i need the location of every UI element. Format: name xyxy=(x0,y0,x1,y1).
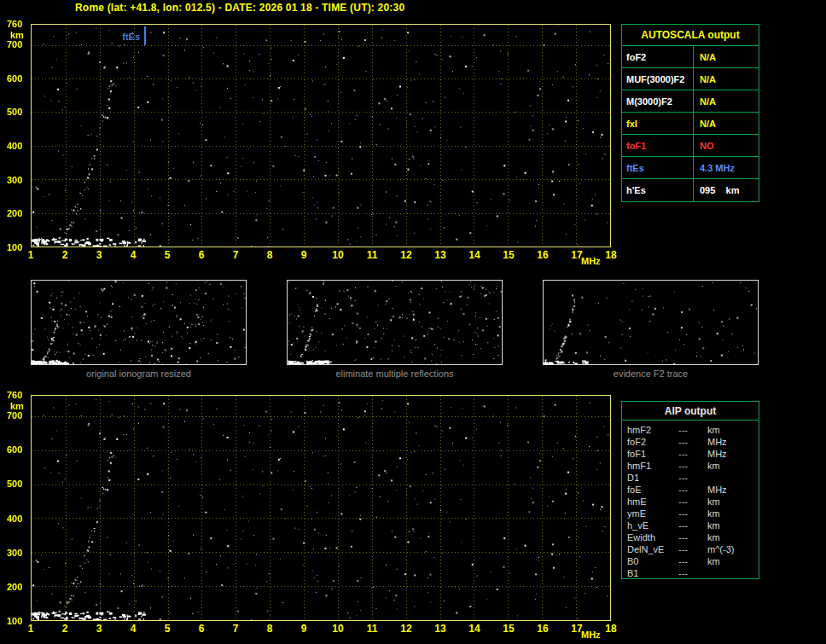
aip-row-value: --- xyxy=(678,519,707,531)
aip-row-foF1: foF1---MHz xyxy=(622,448,759,460)
x-tick-top-15: 15 xyxy=(503,250,514,260)
x-tick-top-1: 1 xyxy=(28,250,34,260)
thumbnail-original-canvas xyxy=(32,281,246,364)
aip-row-value: --- xyxy=(678,555,707,567)
aip-row-h_vE: h_vE---km xyxy=(622,519,759,531)
x-tick-top-4: 4 xyxy=(131,250,137,260)
aip-row-label: h_vE xyxy=(622,519,678,531)
aip-row-label: foF1 xyxy=(622,448,678,460)
x-tick-bottom-14: 14 xyxy=(468,624,480,634)
x-tick-bottom-15: 15 xyxy=(503,624,514,634)
autoscala-row-foF1: foF1NO xyxy=(622,135,759,157)
y-unit-bottom: km xyxy=(10,401,24,411)
autoscala-row-value: 4.3 MHz xyxy=(694,157,759,178)
autoscala-row-value: NO xyxy=(694,135,759,156)
y-tick-top-600: 600 xyxy=(7,73,22,84)
autoscala-row-foF2: foF2N/A xyxy=(622,46,759,68)
aip-row-label: foF2 xyxy=(622,436,678,448)
aip-table-rows: hmF2---kmfoF2---MHzfoF1---MHzhmF1---kmD1… xyxy=(622,421,759,579)
y-tick-top-760: 760 xyxy=(7,19,22,29)
y-tick-bottom-300: 300 xyxy=(7,548,22,558)
aip-row-label: hmF1 xyxy=(622,460,678,472)
autoscala-row-M(3000)F2: M(3000)F2N/A xyxy=(622,90,759,113)
aip-row-value: --- xyxy=(678,531,707,543)
thumbnail-original-ionogram xyxy=(31,280,247,365)
x-tick-top-14: 14 xyxy=(468,250,480,260)
x-tick-top-9: 9 xyxy=(301,250,307,260)
y-tick-bottom-400: 400 xyxy=(7,513,22,524)
y-tick-bottom-600: 600 xyxy=(7,444,22,455)
x-tick-top-12: 12 xyxy=(400,250,411,260)
caption-evidence-f2-trace: evidence F2 trace xyxy=(543,368,759,379)
autoscala-table-rows: foF2N/AMUF(3000)F2N/AM(3000)F2N/AfxIN/Af… xyxy=(622,46,759,201)
autoscala-row-value: 095 km xyxy=(694,179,759,201)
x-tick-bottom-6: 6 xyxy=(199,624,205,634)
x-tick-bottom-16: 16 xyxy=(537,624,548,634)
autoscala-row-label: foF2 xyxy=(622,46,694,67)
aip-row-D1: D1--- xyxy=(622,472,759,484)
y-tick-bottom-700: 700 xyxy=(7,410,22,421)
autoscala-row-ftEs: ftEs4.3 MHz xyxy=(622,157,759,179)
x-tick-top-8: 8 xyxy=(267,250,273,260)
x-tick-bottom-4: 4 xyxy=(131,624,137,634)
aip-row-unit: km xyxy=(707,531,759,543)
autoscala-row-value: N/A xyxy=(694,113,759,134)
x-tick-bottom-1: 1 xyxy=(28,624,34,634)
autoscala-row-fxI: fxIN/A xyxy=(622,113,759,135)
autoscala-table: AUTOSCALA output foF2N/AMUF(3000)F2N/AM(… xyxy=(621,24,759,202)
x-tick-top-7: 7 xyxy=(233,250,239,260)
aip-row-foE: foE---MHz xyxy=(622,484,759,496)
autoscala-row-label: M(3000)F2 xyxy=(622,90,694,112)
y-tick-top-100: 100 xyxy=(7,242,22,252)
caption-eliminate-reflections: eliminate multiple reflections xyxy=(287,368,503,379)
x-tick-top-3: 3 xyxy=(96,250,102,260)
y-tick-bottom-500: 500 xyxy=(7,479,22,489)
x-tick-bottom-7: 7 xyxy=(233,624,239,634)
x-tick-top-6: 6 xyxy=(199,250,205,260)
caption-original-ionogram: original ionogram resized xyxy=(31,368,247,379)
aip-row-DelN_vE: DelN_vE---m^(-3) xyxy=(622,543,759,555)
aip-row-value: --- xyxy=(678,448,707,460)
aip-row-unit: km xyxy=(707,555,759,567)
x-tick-bottom-8: 8 xyxy=(267,624,273,634)
x-tick-top-2: 2 xyxy=(62,250,68,260)
autoscala-row-value: N/A xyxy=(694,68,759,90)
y-tick-top-200: 200 xyxy=(7,208,22,218)
autoscala-row-label: MUF(3000)F2 xyxy=(622,68,694,90)
x-tick-bottom-11: 11 xyxy=(367,624,378,634)
x-tick-bottom-18: 18 xyxy=(605,624,616,634)
autoscala-row-label: ftEs xyxy=(622,157,694,178)
autoscala-row-value: N/A xyxy=(694,46,759,67)
autoscala-window: Rome (lat: +41.8, lon: 012.5) - DATE: 20… xyxy=(0,0,826,644)
aip-row-value: --- xyxy=(678,424,707,436)
aip-row-label: B1 xyxy=(622,567,678,579)
x-unit-bottom: MHz xyxy=(581,629,601,640)
aip-row-B0: B0---km xyxy=(622,555,759,567)
aip-row-hmF2: hmF2---km xyxy=(622,424,759,436)
thumbnail-eliminate-canvas xyxy=(288,281,502,364)
aip-row-label: DelN_vE xyxy=(622,543,678,555)
aip-row-value: --- xyxy=(678,460,707,472)
x-tick-top-10: 10 xyxy=(332,250,343,260)
aip-row-unit: km xyxy=(707,508,759,519)
aip-row-unit: km xyxy=(707,496,759,508)
y-tick-bottom-100: 100 xyxy=(7,616,22,626)
y-tick-top-300: 300 xyxy=(7,175,22,185)
x-tick-bottom-13: 13 xyxy=(434,624,445,634)
aip-row-unit xyxy=(707,472,759,484)
autoscala-row-MUF(3000)F2: MUF(3000)F2N/A xyxy=(622,68,759,90)
x-tick-top-5: 5 xyxy=(165,250,171,260)
aip-row-hmF1: hmF1---km xyxy=(622,460,759,472)
aip-row-value: --- xyxy=(678,543,707,555)
x-tick-bottom-3: 3 xyxy=(96,624,102,634)
autoscala-row-label: foF1 xyxy=(622,135,694,156)
aip-row-unit xyxy=(707,567,759,579)
x-tick-bottom-10: 10 xyxy=(332,624,343,634)
aip-row-unit: MHz xyxy=(707,484,759,496)
aip-row-unit: km xyxy=(707,424,759,436)
autoscala-row-label: fxI xyxy=(622,113,694,134)
aip-row-label: hmF2 xyxy=(622,424,678,436)
x-tick-top-18: 18 xyxy=(605,250,616,260)
x-tick-bottom-9: 9 xyxy=(301,624,307,634)
aip-table-title: AIP output xyxy=(622,402,759,421)
